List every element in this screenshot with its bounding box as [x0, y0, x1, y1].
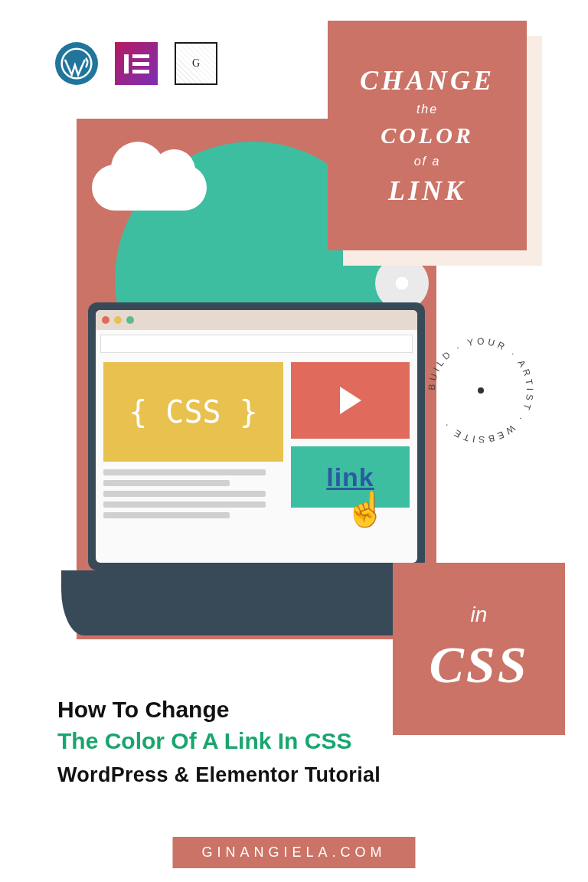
site-credit-text: GINANGIELA.COM: [201, 844, 386, 860]
css-badge: { CSS }: [103, 362, 283, 462]
elementor-icon: [115, 42, 158, 85]
ginangiela-icon: G: [175, 42, 217, 85]
window-dot-yellow: [114, 316, 122, 324]
cloud-icon: [92, 165, 207, 211]
video-thumbnail: [291, 362, 410, 439]
window-dot-green: [126, 316, 134, 324]
css-badge-text: { CSS }: [129, 394, 258, 430]
panel-word: in: [471, 603, 488, 627]
text-lines-placeholder: [103, 469, 283, 518]
svg-point-1: [478, 387, 484, 394]
title-line-3: WordPress & Elementor Tutorial: [57, 763, 381, 787]
g-letter: G: [192, 57, 200, 70]
panel-word: of a: [414, 155, 441, 168]
panel-word: CSS: [430, 635, 529, 695]
panel-word: the: [416, 103, 438, 116]
link-label: link: [326, 462, 374, 492]
browser-address-bar: [100, 335, 413, 353]
pointer-hand-icon: ☝: [345, 489, 387, 529]
title-panel-top: CHANGE the COLOR of a LINK: [328, 21, 527, 250]
window-dot-red: [102, 316, 109, 324]
circular-text-badge: BUILD · YOUR · ARTIST · WEBSITE ·: [420, 329, 542, 452]
play-icon: [340, 387, 361, 414]
browser-window: { CSS } link ☝: [96, 310, 417, 563]
wordpress-icon: [55, 42, 98, 85]
title-line-1: How To Change: [57, 697, 381, 723]
panel-word: LINK: [388, 175, 466, 207]
title-line-2: The Color Of A Link In CSS: [57, 726, 381, 757]
link-button-illustration: link ☝: [291, 446, 410, 508]
header-icon-row: G: [55, 42, 217, 85]
title-panel-bottom: in CSS: [393, 563, 565, 735]
browser-titlebar: [96, 310, 417, 330]
laptop-screen: { CSS } link ☝: [88, 302, 425, 570]
site-credit-bar: GINANGIELA.COM: [172, 837, 415, 868]
panel-word: CHANGE: [360, 64, 495, 96]
panel-word: COLOR: [381, 122, 474, 149]
article-title: How To Change The Color Of A Link In CSS…: [57, 697, 381, 787]
